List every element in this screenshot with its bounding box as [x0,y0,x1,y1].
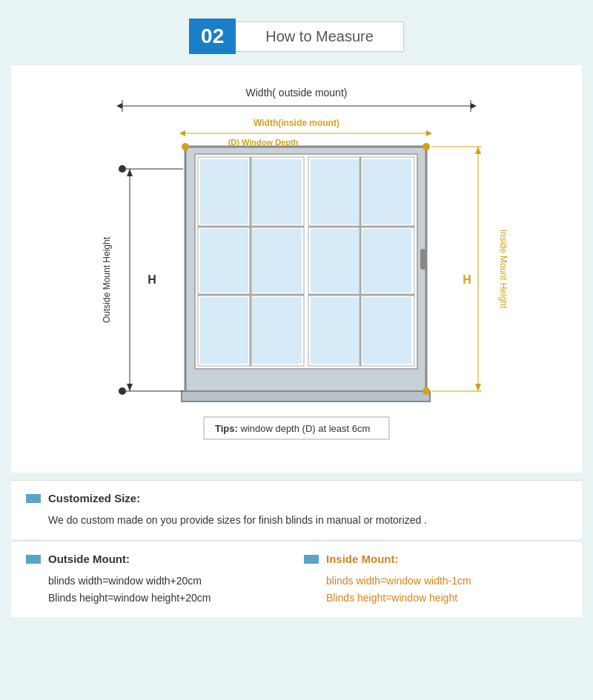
inside-mount-row1: blinds width=window width-1cm [326,573,567,589]
badge-title: How to Measure [236,21,404,52]
svg-text:Width( outside mount): Width( outside mount) [246,87,348,99]
svg-marker-50 [475,147,481,154]
svg-text:Tips:
         window depth (D: Tips: window depth (D) at least 6cm [215,423,370,434]
svg-point-38 [423,143,430,150]
svg-rect-20 [252,229,302,293]
header-badge: 02 How to Measure [189,19,404,54]
svg-point-35 [119,165,126,173]
outside-mount-title: Outside Mount: [48,553,130,565]
svg-text:(D) Window Depth: (D) Window Depth [228,138,299,147]
customized-body: We do custom made on you provide sizes f… [26,512,567,528]
svg-text:Outside Mount  Height: Outside Mount Height [102,236,112,323]
outside-mount-row1: blinds width=window width+20cm [48,573,289,589]
customized-section: Customized Size: We do custom made on yo… [11,480,582,539]
svg-rect-32 [362,297,411,364]
svg-rect-18 [252,159,302,224]
svg-marker-9 [426,130,432,136]
inside-mount-body: blinds width=window width-1cm Blinds hei… [304,573,567,606]
page-wrapper: 02 How to Measure Width( outside mount) … [0,0,593,630]
inside-mount-col: Inside Mount: blinds width=window width-… [304,553,567,606]
svg-marker-3 [471,103,477,109]
svg-rect-34 [182,391,430,401]
inside-mount-header: Inside Mount: [304,553,567,565]
svg-marker-43 [127,169,133,176]
customized-text: We do custom made on you provide sizes f… [48,512,567,528]
svg-text:H: H [463,273,471,286]
svg-rect-21 [200,297,248,364]
svg-text:Width(inside mount): Width(inside mount) [254,118,339,128]
svg-marker-2 [116,103,122,109]
svg-marker-51 [475,384,481,391]
svg-marker-8 [179,130,185,136]
diagram-section: Width( outside mount) Width(inside mount… [11,65,582,473]
measurement-diagram: Width( outside mount) Width(inside mount… [56,80,537,450]
svg-point-36 [119,387,126,395]
svg-text:Inside Mount  Height: Inside Mount Height [498,230,508,309]
svg-rect-30 [362,229,411,293]
customized-header: Customized Size: [26,492,567,504]
svg-text:H: H [148,273,156,286]
svg-point-37 [182,143,189,150]
outside-mount-row2: Blinds height=window height+20cm [48,590,289,606]
svg-point-39 [423,387,430,395]
svg-rect-28 [362,159,411,224]
inside-mount-row2: Blinds height=window height [326,590,567,606]
svg-rect-31 [311,297,359,364]
svg-marker-44 [127,384,133,391]
svg-rect-33 [420,249,425,270]
outside-mount-header: Outside Mount: [26,553,289,565]
outside-mount-icon [26,555,41,564]
mount-columns: Outside Mount: blinds width=window width… [26,553,567,606]
outside-mount-col: Outside Mount: blinds width=window width… [26,553,289,606]
inside-mount-icon [304,555,319,564]
svg-rect-29 [311,229,359,293]
svg-rect-17 [200,159,248,224]
svg-rect-22 [252,297,302,364]
header-section: 02 How to Measure [11,11,582,65]
svg-rect-19 [200,229,248,293]
badge-number: 02 [189,19,236,54]
customized-title: Customized Size: [48,492,140,504]
outside-mount-body: blinds width=window width+20cm Blinds he… [26,573,289,606]
customized-icon [26,494,41,503]
svg-rect-27 [311,159,359,224]
inside-mount-title: Inside Mount: [326,553,399,565]
mount-section: Outside Mount: blinds width=window width… [11,541,582,617]
